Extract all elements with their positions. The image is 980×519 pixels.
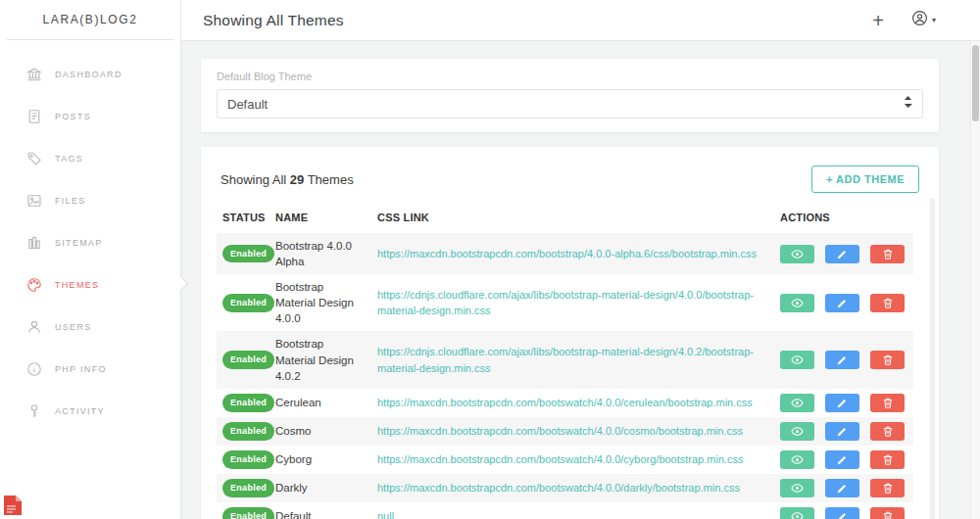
sidebar-item-posts[interactable]: POSTS xyxy=(0,95,180,137)
sidebar-nav: DASHBOARD POSTS TAGS xyxy=(0,40,180,432)
theme-name: Cerulean xyxy=(270,389,371,417)
edit-theme-button[interactable] xyxy=(825,351,859,369)
themes-panel-head: Showing All 29 Themes + ADD THEME xyxy=(217,161,923,206)
default-theme-label: Default Blog Theme xyxy=(217,71,923,82)
red-file-icon xyxy=(3,495,23,516)
view-theme-button[interactable] xyxy=(780,479,814,497)
select-spinner-icon xyxy=(904,95,912,113)
table-scrollbar[interactable] xyxy=(930,198,935,519)
theme-name: Bootstrap 4.0.0 Alpha xyxy=(270,233,371,274)
trash-icon xyxy=(883,511,893,519)
css-link[interactable]: https://maxcdn.bootstrapcdn.com/bootswat… xyxy=(377,425,743,437)
sidebar-item-label: THEMES xyxy=(55,280,99,290)
status-badge: Enabled xyxy=(222,422,274,441)
view-theme-button[interactable] xyxy=(780,394,814,412)
page-scrollbar[interactable] xyxy=(970,41,980,519)
heading-suffix: Themes xyxy=(304,172,353,187)
eye-icon xyxy=(791,426,804,437)
default-theme-select[interactable]: Default xyxy=(217,89,923,118)
edit-theme-button[interactable] xyxy=(825,245,859,263)
table-row: Enabled Cyborg https://maxcdn.bootstrapc… xyxy=(217,446,913,474)
css-link[interactable]: null xyxy=(377,510,394,519)
pencil-icon xyxy=(837,426,848,437)
delete-theme-button[interactable] xyxy=(870,422,905,441)
sidebar-item-dashboard[interactable]: DASHBOARD xyxy=(0,53,180,95)
css-link[interactable]: https://maxcdn.bootstrapcdn.com/bootswat… xyxy=(377,397,753,408)
sidebar-item-users[interactable]: USERS xyxy=(0,306,180,348)
css-link[interactable]: https://maxcdn.bootstrapcdn.com/bootswat… xyxy=(377,482,740,494)
delete-theme-button[interactable] xyxy=(870,394,905,412)
view-theme-button[interactable] xyxy=(780,294,814,312)
app-logo[interactable]: LARA(B)LOG2 xyxy=(7,0,173,40)
edit-theme-button[interactable] xyxy=(825,422,859,441)
pencil-icon xyxy=(837,454,848,465)
view-theme-button[interactable] xyxy=(780,422,814,441)
user-menu[interactable]: ▾ xyxy=(911,10,936,30)
view-theme-button[interactable] xyxy=(780,450,814,469)
sidebar-item-activity[interactable]: ACTIVITY xyxy=(0,390,180,432)
delete-theme-button[interactable] xyxy=(870,294,905,312)
chevron-down-icon: ▾ xyxy=(932,16,936,24)
status-badge: Enabled xyxy=(222,450,274,469)
sitemap-icon xyxy=(26,235,42,251)
files-icon xyxy=(26,193,42,209)
table-row: Enabled Bootstrap Material Design 4.0.2 … xyxy=(217,331,913,388)
column-header-name: NAME xyxy=(270,206,371,233)
heading-prefix: Showing All xyxy=(220,172,290,187)
main-content: Default Blog Theme Default Showing All 2… xyxy=(181,41,980,519)
eye-icon xyxy=(791,454,804,465)
table-row: Enabled Cosmo https://maxcdn.bootstrapcd… xyxy=(217,417,913,446)
sidebar-item-files[interactable]: FILES xyxy=(0,179,180,221)
sidebar-item-label: TAGS xyxy=(55,154,83,164)
add-new-button[interactable]: + xyxy=(872,11,884,30)
trash-icon xyxy=(883,398,893,408)
eye-icon xyxy=(791,298,804,308)
page-scrollbar-thumb[interactable] xyxy=(972,45,979,121)
sidebar-item-label: SITEMAP xyxy=(55,238,103,248)
sidebar-item-tags[interactable]: TAGS xyxy=(0,137,180,179)
css-link[interactable]: https://cdnjs.cloudflare.com/ajax/libs/b… xyxy=(377,289,754,316)
delete-theme-button[interactable] xyxy=(870,507,905,519)
status-badge: Enabled xyxy=(222,507,274,519)
themes-list-card: Showing All 29 Themes + ADD THEME STATUS… xyxy=(201,147,939,519)
edit-theme-button[interactable] xyxy=(825,294,859,312)
delete-theme-button[interactable] xyxy=(870,479,905,497)
sidebar-item-label: PHP INFO xyxy=(55,364,107,374)
view-theme-button[interactable] xyxy=(780,351,814,369)
theme-name: Cyborg xyxy=(270,446,371,474)
trash-icon xyxy=(883,426,893,437)
column-header-actions: ACTIONS xyxy=(774,206,913,233)
top-header: Showing All Themes + ▾ xyxy=(181,0,980,41)
edit-theme-button[interactable] xyxy=(825,394,859,412)
delete-theme-button[interactable] xyxy=(870,245,905,263)
sidebar-item-themes[interactable]: THEMES xyxy=(0,263,180,306)
edit-theme-button[interactable] xyxy=(825,450,859,469)
edit-theme-button[interactable] xyxy=(825,479,859,497)
pencil-icon xyxy=(837,511,848,519)
sidebar-item-php-info[interactable]: PHP INFO xyxy=(0,348,180,390)
theme-name: Darkly xyxy=(270,474,371,502)
delete-theme-button[interactable] xyxy=(870,450,905,469)
user-icon xyxy=(911,10,928,30)
css-link[interactable]: https://maxcdn.bootstrapcdn.com/bootswat… xyxy=(377,453,744,465)
sidebar-item-label: USERS xyxy=(55,322,92,332)
themes-count-heading: Showing All 29 Themes xyxy=(220,172,354,187)
table-row: Enabled Bootstrap Material Design 4.0.0 … xyxy=(217,274,913,331)
sidebar-item-sitemap[interactable]: SITEMAP xyxy=(0,221,180,263)
pencil-icon xyxy=(837,483,848,494)
column-header-status: STATUS xyxy=(217,206,270,233)
pencil-icon xyxy=(837,398,848,408)
column-header-css-link: CSS LINK xyxy=(371,206,774,233)
css-link[interactable]: https://cdnjs.cloudflare.com/ajax/libs/b… xyxy=(377,346,754,373)
default-theme-card: Default Blog Theme Default xyxy=(201,59,939,132)
view-theme-button[interactable] xyxy=(780,507,814,519)
add-theme-button[interactable]: + ADD THEME xyxy=(811,165,919,193)
css-link[interactable]: https://maxcdn.bootstrapcdn.com/bootstra… xyxy=(377,248,757,260)
view-theme-button[interactable] xyxy=(780,245,814,263)
pencil-icon xyxy=(837,354,848,365)
eye-icon xyxy=(791,249,804,260)
edit-theme-button[interactable] xyxy=(825,507,859,519)
php-info-icon xyxy=(26,361,42,377)
delete-theme-button[interactable] xyxy=(870,351,905,369)
trash-icon xyxy=(883,454,893,465)
